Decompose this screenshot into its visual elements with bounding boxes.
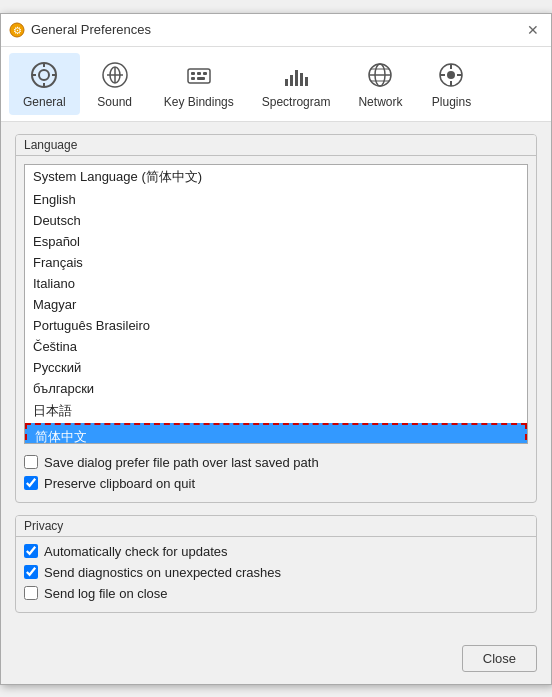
- svg-rect-15: [203, 72, 207, 75]
- language-checkboxes: Save dialog prefer file path over last s…: [16, 448, 536, 502]
- send-log-row: Send log file on close: [24, 583, 528, 604]
- svg-point-29: [447, 71, 455, 79]
- close-dialog-button[interactable]: Close: [462, 645, 537, 672]
- privacy-section: Privacy Automatically check for updates …: [15, 515, 537, 613]
- auto-check-label: Automatically check for updates: [44, 544, 228, 559]
- general-icon: [28, 59, 60, 91]
- language-item-italiano[interactable]: Italiano: [25, 273, 527, 294]
- toolbar-label-sound: Sound: [97, 95, 132, 109]
- keybindings-icon: [183, 59, 215, 91]
- svg-rect-7: [52, 74, 56, 76]
- toolbar-item-plugins[interactable]: Plugins: [416, 53, 486, 115]
- svg-rect-20: [295, 70, 298, 86]
- language-item-russian[interactable]: Русский: [25, 357, 527, 378]
- privacy-section-label: Privacy: [16, 516, 536, 537]
- svg-rect-6: [32, 74, 36, 76]
- save-dialog-row: Save dialog prefer file path over last s…: [24, 452, 528, 473]
- svg-rect-22: [305, 77, 308, 86]
- preserve-clipboard-row: Preserve clipboard on quit: [24, 473, 528, 494]
- language-item-francais[interactable]: Français: [25, 252, 527, 273]
- toolbar-item-spectrogram[interactable]: Spectrogram: [248, 53, 345, 115]
- svg-rect-21: [300, 73, 303, 86]
- send-log-checkbox[interactable]: [24, 586, 38, 600]
- window-close-button[interactable]: ✕: [523, 20, 543, 40]
- send-diag-checkbox[interactable]: [24, 565, 38, 579]
- send-diag-label: Send diagnostics on unexpected crashes: [44, 565, 281, 580]
- svg-rect-17: [197, 77, 205, 80]
- toolbar-label-general: General: [23, 95, 66, 109]
- toolbar-item-keybindings[interactable]: Key Bindings: [150, 53, 248, 115]
- save-dialog-label: Save dialog prefer file path over last s…: [44, 455, 319, 470]
- language-item-english[interactable]: English: [25, 189, 527, 210]
- toolbar-item-sound[interactable]: Sound: [80, 53, 150, 115]
- language-list[interactable]: System Language (简体中文) English Deutsch E…: [24, 164, 528, 444]
- language-item-bulgarian[interactable]: български: [25, 378, 527, 399]
- spectrogram-icon: [280, 59, 312, 91]
- toolbar-label-plugins: Plugins: [432, 95, 471, 109]
- svg-rect-19: [290, 75, 293, 86]
- language-section: Language System Language (简体中文) English …: [15, 134, 537, 503]
- title-bar-left: ⚙ General Preferences: [9, 22, 151, 38]
- network-icon: [364, 59, 396, 91]
- svg-rect-13: [191, 72, 195, 75]
- svg-rect-18: [285, 79, 288, 86]
- toolbar-label-keybindings: Key Bindings: [164, 95, 234, 109]
- language-item-magyar[interactable]: Magyar: [25, 294, 527, 315]
- content-area: Language System Language (简体中文) English …: [1, 122, 551, 637]
- title-bar: ⚙ General Preferences ✕: [1, 14, 551, 47]
- language-item-system[interactable]: System Language (简体中文): [25, 165, 527, 189]
- language-item-portugues[interactable]: Português Brasileiro: [25, 315, 527, 336]
- send-diag-row: Send diagnostics on unexpected crashes: [24, 562, 528, 583]
- svg-point-3: [39, 70, 49, 80]
- language-item-japanese[interactable]: 日本語: [25, 399, 527, 423]
- svg-rect-16: [191, 77, 195, 80]
- preserve-clipboard-label: Preserve clipboard on quit: [44, 476, 195, 491]
- language-item-chinese[interactable]: 简体中文: [25, 423, 527, 444]
- language-item-espanol[interactable]: Español: [25, 231, 527, 252]
- privacy-checkboxes: Automatically check for updates Send dia…: [16, 537, 536, 612]
- svg-rect-5: [43, 83, 45, 87]
- toolbar-label-network: Network: [358, 95, 402, 109]
- general-preferences-window: ⚙ General Preferences ✕ General: [0, 13, 552, 685]
- window-title: General Preferences: [31, 22, 151, 37]
- toolbar-label-spectrogram: Spectrogram: [262, 95, 331, 109]
- toolbar-item-network[interactable]: Network: [344, 53, 416, 115]
- language-item-deutsch[interactable]: Deutsch: [25, 210, 527, 231]
- svg-rect-4: [43, 63, 45, 67]
- app-icon: ⚙: [9, 22, 25, 38]
- save-dialog-checkbox[interactable]: [24, 455, 38, 469]
- footer: Close: [1, 637, 551, 684]
- preserve-clipboard-checkbox[interactable]: [24, 476, 38, 490]
- language-section-label: Language: [16, 135, 536, 156]
- sound-icon: [99, 59, 131, 91]
- language-item-cestina[interactable]: Čeština: [25, 336, 527, 357]
- send-log-label: Send log file on close: [44, 586, 168, 601]
- auto-check-row: Automatically check for updates: [24, 541, 528, 562]
- toolbar-item-general[interactable]: General: [9, 53, 80, 115]
- toolbar: General Sound: [1, 47, 551, 122]
- plugins-icon: [435, 59, 467, 91]
- svg-text:⚙: ⚙: [13, 25, 22, 36]
- svg-rect-12: [188, 69, 210, 83]
- svg-rect-14: [197, 72, 201, 75]
- auto-check-checkbox[interactable]: [24, 544, 38, 558]
